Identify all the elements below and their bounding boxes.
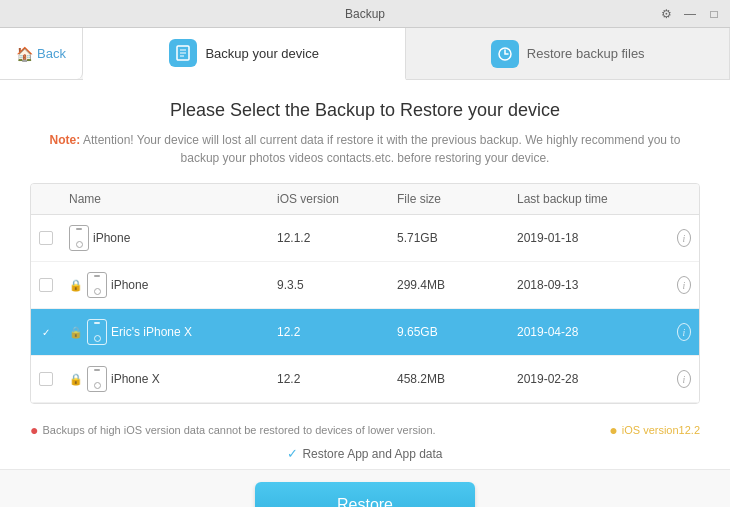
row3-date: 2019-04-28 <box>509 325 669 339</box>
header-name: Name <box>61 192 269 206</box>
content-area: Please Select the Backup to Restore your… <box>0 80 730 414</box>
back-label: Back <box>37 46 66 61</box>
header-lastbackup: Last backup time <box>509 192 669 206</box>
lock-icon: 🔒 <box>69 373 83 386</box>
note-label: Note: <box>50 133 81 147</box>
row2-size: 299.4MB <box>389 278 509 292</box>
row2-info-cell: i <box>669 276 699 294</box>
row1-ios: 12.1.2 <box>269 231 389 245</box>
tab-backup[interactable]: Backup your device <box>83 28 407 80</box>
ios-dot: ● <box>609 422 617 438</box>
row3-checkbox[interactable] <box>39 325 53 339</box>
row1-info-cell: i <box>669 229 699 247</box>
warning-message: Backups of high iOS version data cannot … <box>42 424 435 436</box>
home-icon: 🏠 <box>16 46 33 62</box>
device-icon <box>87 272 107 298</box>
lock-icon: 🔒 <box>69 279 83 292</box>
tab-bar: 🏠 Back Backup your device Restor <box>0 28 730 80</box>
tab-restore[interactable]: Restore backup files <box>406 28 730 79</box>
table-body: iPhone 12.1.2 5.71GB 2019-01-18 i 🔒 <box>31 215 699 403</box>
window-controls: ⚙ — □ <box>658 6 722 22</box>
window-title: Backup <box>345 7 385 21</box>
row3-size: 9.65GB <box>389 325 509 339</box>
lock-icon: 🔒 <box>69 326 83 339</box>
row3-checkbox-cell <box>31 325 61 339</box>
header-filesize: File size <box>389 192 509 206</box>
row4-name: iPhone X <box>111 372 160 386</box>
restore-app-row: ✓ Restore App and App data <box>0 446 730 469</box>
row2-name: iPhone <box>111 278 148 292</box>
backup-table: Name iOS version File size Last backup t… <box>30 183 700 404</box>
footer-info: ● Backups of high iOS version data canno… <box>0 414 730 446</box>
tab-backup-label: Backup your device <box>205 46 318 61</box>
device-icon <box>69 225 89 251</box>
checkmark-icon: ✓ <box>287 446 298 461</box>
warning-dot: ● <box>30 422 38 438</box>
row4-size: 458.2MB <box>389 372 509 386</box>
row4-info-cell: i <box>669 370 699 388</box>
restore-app-label: Restore App and App data <box>302 447 442 461</box>
row4-checkbox-cell <box>31 372 61 386</box>
restore-tab-icon <box>491 40 519 68</box>
row1-checkbox[interactable] <box>39 231 53 245</box>
row1-info-btn[interactable]: i <box>677 229 691 247</box>
row3-name: Eric's iPhone X <box>111 325 192 339</box>
table-row[interactable]: 🔒 Eric's iPhone X 12.2 9.65GB 2019-04-28… <box>31 309 699 356</box>
row1-size: 5.71GB <box>389 231 509 245</box>
note-content: Attention! Your device will lost all cur… <box>83 133 680 165</box>
button-area: Restore Now <box>0 469 730 507</box>
header-info-col <box>669 192 699 206</box>
row2-date: 2018-09-13 <box>509 278 669 292</box>
main-content: Please Select the Backup to Restore your… <box>0 80 730 507</box>
row2-checkbox[interactable] <box>39 278 53 292</box>
title-bar: Backup ⚙ — □ <box>0 0 730 28</box>
row3-info-cell: i <box>669 323 699 341</box>
row3-name-cell: 🔒 Eric's iPhone X <box>61 319 269 345</box>
maximize-btn[interactable]: □ <box>706 6 722 22</box>
tabs-container: Backup your device Restore backup files <box>83 28 730 79</box>
warning-text: ● Backups of high iOS version data canno… <box>30 422 436 438</box>
row2-info-btn[interactable]: i <box>677 276 691 294</box>
restore-now-button[interactable]: Restore Now <box>255 482 475 507</box>
row2-name-cell: 🔒 iPhone <box>61 272 269 298</box>
device-icon <box>87 366 107 392</box>
table-header: Name iOS version File size Last backup t… <box>31 184 699 215</box>
tab-restore-label: Restore backup files <box>527 46 645 61</box>
ios-version-text: iOS version12.2 <box>622 424 700 436</box>
backup-tab-icon <box>169 39 197 67</box>
row4-ios: 12.2 <box>269 372 389 386</box>
page-title: Please Select the Backup to Restore your… <box>30 100 700 121</box>
row2-ios: 9.3.5 <box>269 278 389 292</box>
row3-ios: 12.2 <box>269 325 389 339</box>
row2-checkbox-cell <box>31 278 61 292</box>
row1-name-cell: iPhone <box>61 225 269 251</box>
header-ios: iOS version <box>269 192 389 206</box>
row4-name-cell: 🔒 iPhone X <box>61 366 269 392</box>
minimize-btn[interactable]: — <box>682 6 698 22</box>
row1-checkbox-cell <box>31 231 61 245</box>
row4-info-btn[interactable]: i <box>677 370 691 388</box>
row4-checkbox[interactable] <box>39 372 53 386</box>
header-checkbox-col <box>31 192 61 206</box>
ios-version-badge: ● iOS version12.2 <box>609 422 700 438</box>
row4-date: 2019-02-28 <box>509 372 669 386</box>
row1-date: 2019-01-18 <box>509 231 669 245</box>
note-text: Note: Attention! Your device will lost a… <box>30 131 700 167</box>
table-row[interactable]: 🔒 iPhone X 12.2 458.2MB 2019-02-28 i <box>31 356 699 403</box>
device-icon <box>87 319 107 345</box>
row1-name: iPhone <box>93 231 130 245</box>
table-row[interactable]: iPhone 12.1.2 5.71GB 2019-01-18 i <box>31 215 699 262</box>
settings-btn[interactable]: ⚙ <box>658 6 674 22</box>
table-row[interactable]: 🔒 iPhone 9.3.5 299.4MB 2018-09-13 i <box>31 262 699 309</box>
back-button[interactable]: 🏠 Back <box>0 28 83 79</box>
row3-info-btn[interactable]: i <box>677 323 691 341</box>
